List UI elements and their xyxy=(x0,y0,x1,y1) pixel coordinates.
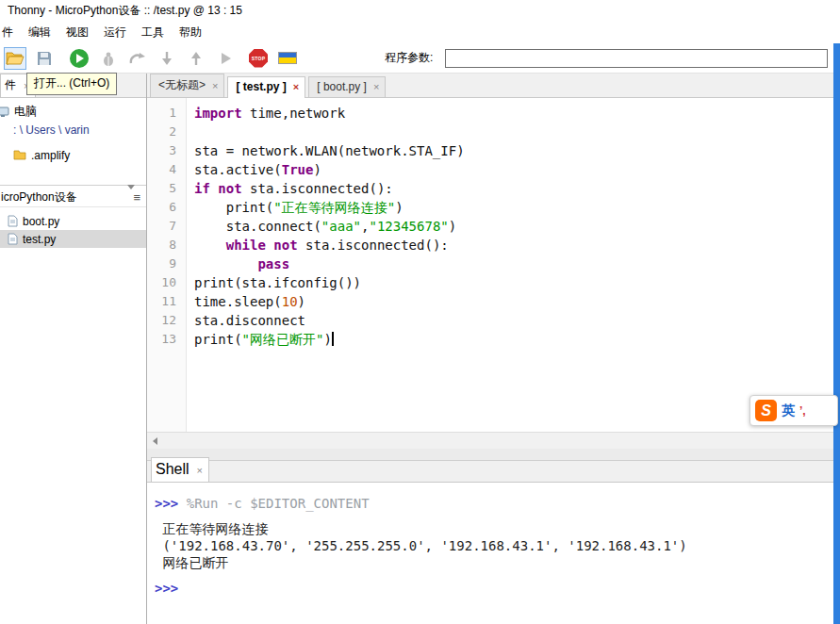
shell-line: ('192.168.43.70', '255.255.255.0', '192.… xyxy=(155,537,833,554)
line-number: 7 xyxy=(147,217,176,236)
resume-icon xyxy=(218,51,233,66)
device-file-test[interactable]: test.py xyxy=(0,230,146,248)
hamburger-menu-icon[interactable] xyxy=(133,190,140,205)
ime-punctuation-icon[interactable]: ’, xyxy=(799,404,806,418)
code-token: ) xyxy=(298,294,305,309)
code-line[interactable]: sta = network.WLAN(network.STA_IF) xyxy=(194,141,833,160)
string-token: "12345678" xyxy=(369,219,448,234)
code-line[interactable]: while not sta.isconnected(): xyxy=(194,236,833,255)
ime-logo-icon[interactable]: S xyxy=(755,400,777,421)
code-token xyxy=(194,256,257,271)
step-over-button[interactable] xyxy=(126,47,149,70)
line-number: 10 xyxy=(147,273,176,292)
tree-item-path[interactable]: : \ Users \ varin xyxy=(0,121,146,139)
line-number: 2 xyxy=(147,123,176,141)
code-line[interactable]: sta.connect("aaa","12345678") xyxy=(194,217,833,236)
editor-code[interactable]: import time,networksta = network.WLAN(ne… xyxy=(187,98,833,432)
tab-label: <无标题> xyxy=(158,77,206,93)
device-title: icroPython设备 xyxy=(1,189,77,205)
file-icon xyxy=(8,215,18,227)
shell-line xyxy=(155,571,833,580)
code-line[interactable]: sta.disconnect xyxy=(194,311,833,330)
debug-button[interactable] xyxy=(97,47,120,70)
ime-widget[interactable]: S 英 ’, xyxy=(749,395,838,426)
tree-item-folder[interactable]: .amplify xyxy=(0,146,146,164)
tab-label: [ boot.py ] xyxy=(317,80,367,93)
close-icon[interactable] xyxy=(197,461,203,478)
tab-boot-py[interactable]: [ boot.py ] xyxy=(308,76,386,97)
line-number: 5 xyxy=(147,179,176,198)
save-button[interactable] xyxy=(33,47,56,70)
line-number: 4 xyxy=(147,160,176,179)
keyword-token: not xyxy=(273,238,297,253)
shell-line: 正在等待网络连接 xyxy=(155,520,833,537)
close-icon[interactable] xyxy=(293,80,299,93)
tab-test-py[interactable]: [ test.py ] xyxy=(227,76,305,98)
editor-gutter: 12345678910111213 xyxy=(147,98,187,432)
shell-output[interactable]: >>> %Run -c $EDITOR_CONTENT 正在等待网络连接 ('1… xyxy=(147,483,833,624)
code-token: print( xyxy=(194,200,273,215)
code-editor[interactable]: 12345678910111213 import time,networksta… xyxy=(147,98,833,432)
program-args-input[interactable] xyxy=(445,49,828,68)
keyword-token: if xyxy=(194,181,210,196)
code-token xyxy=(194,238,226,253)
editor-tabstrip: <无标题> [ test.py ] [ boot.py ] xyxy=(147,74,833,98)
resume-button[interactable] xyxy=(214,47,237,70)
keyword-token: pass xyxy=(257,256,289,271)
step-into-button[interactable] xyxy=(156,47,178,70)
ime-language-label[interactable]: 英 xyxy=(782,402,795,419)
shell-tab[interactable]: Shell xyxy=(151,457,209,482)
code-line[interactable]: print(sta.ifconfig()) xyxy=(194,273,833,292)
shell-command: %Run -c $EDITOR_CONTENT xyxy=(187,496,370,511)
code-token: sta.isconnected(): xyxy=(242,181,393,196)
tab-untitled[interactable]: <无标题> xyxy=(150,74,224,97)
menu-help[interactable]: 帮助 xyxy=(179,25,202,41)
menu-edit[interactable]: 编辑 xyxy=(28,25,51,41)
flag-icon xyxy=(278,52,297,64)
interpreter-flag-button[interactable] xyxy=(276,47,299,70)
tree-item-this-pc[interactable]: 电脑 xyxy=(0,103,146,121)
code-line[interactable]: if not sta.isconnected(): xyxy=(194,179,833,198)
code-line[interactable]: time.sleep(10) xyxy=(194,292,833,311)
code-line[interactable]: sta.active(True) xyxy=(194,160,833,179)
close-icon[interactable] xyxy=(373,80,379,93)
debug-bug-icon xyxy=(100,50,117,67)
code-line[interactable]: print("正在等待网络连接") xyxy=(194,198,833,217)
code-line[interactable]: print("网络已断开") xyxy=(194,330,833,349)
menu-tools[interactable]: 工具 xyxy=(141,25,164,41)
menu-run[interactable]: 运行 xyxy=(104,25,126,41)
scroll-left-icon xyxy=(153,437,157,445)
horizontal-scrollbar[interactable] xyxy=(147,432,833,449)
stop-button[interactable]: STOP xyxy=(247,47,270,70)
chevron-down-icon[interactable] xyxy=(127,185,135,189)
step-out-button[interactable] xyxy=(185,47,207,70)
main-area: <无标题> [ test.py ] [ boot.py ] 1234567891… xyxy=(147,74,833,624)
menu-view[interactable]: 视图 xyxy=(66,25,89,41)
path-label: : \ Users \ varin xyxy=(13,123,90,137)
close-icon[interactable] xyxy=(212,79,218,92)
scroll-left-button[interactable] xyxy=(147,433,163,449)
code-token: ) xyxy=(395,200,403,215)
shell-tab-label: Shell xyxy=(156,461,189,478)
line-number: 9 xyxy=(147,255,176,273)
code-line[interactable]: import time,network xyxy=(194,104,833,123)
device-file-boot[interactable]: boot.py xyxy=(0,212,146,230)
shell-line xyxy=(155,512,833,520)
run-icon xyxy=(70,49,89,68)
menu-file[interactable]: 件 xyxy=(2,25,13,41)
panel-splitter[interactable] xyxy=(147,449,833,460)
device-file-label: boot.py xyxy=(23,215,59,228)
code-line[interactable] xyxy=(194,123,833,141)
program-args-label: 程序参数: xyxy=(385,50,433,66)
line-number: 13 xyxy=(147,330,176,349)
device-file-label: test.py xyxy=(23,233,56,246)
code-token: time.sleep( xyxy=(194,294,282,309)
open-file-button[interactable] xyxy=(4,47,26,70)
code-line[interactable]: pass xyxy=(194,255,833,273)
run-button[interactable] xyxy=(68,47,91,70)
shell-line: >>> xyxy=(155,580,833,597)
files-tab-label: 件 xyxy=(5,77,16,93)
shell-text: ('192.168.43.70', '255.255.255.0', '192.… xyxy=(155,538,687,553)
file-icon xyxy=(8,233,18,245)
shell-prompt: >>> xyxy=(155,581,178,596)
